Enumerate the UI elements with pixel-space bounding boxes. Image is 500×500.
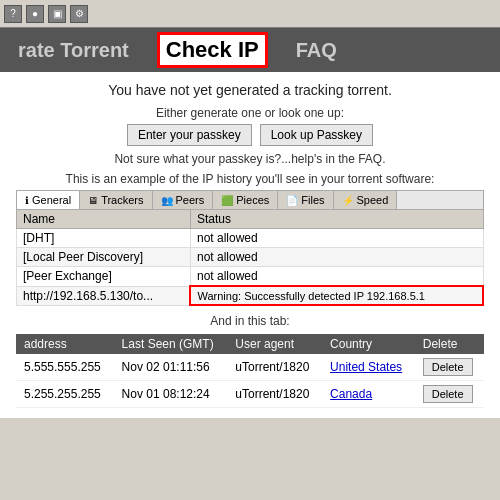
ip-col-user-agent: User agent — [227, 334, 322, 354]
enter-passkey-button[interactable]: Enter your passkey — [127, 124, 252, 146]
ip-table-row: 5.255.255.255 Nov 01 08:12:24 uTorrent/1… — [16, 381, 484, 408]
torrent-tabs: ℹ General 🖥 Trackers 👥 Peers 🟩 Pieces 📄 … — [16, 190, 484, 209]
trackers-icon: 🖥 — [88, 195, 98, 206]
torrent-tab-pieces[interactable]: 🟩 Pieces — [213, 191, 278, 209]
torrent-tab-general-label: General — [32, 194, 71, 206]
main-content: You have not yet generated a tracking to… — [0, 72, 500, 418]
table-row: [DHT] not allowed — [17, 229, 484, 248]
toolbar-icon-help[interactable]: ? — [4, 5, 22, 23]
ip-address-table: address Last Seen (GMT) User agent Count… — [16, 334, 484, 408]
toolbar-icon-gear[interactable]: ⚙ — [70, 5, 88, 23]
country-link[interactable]: United States — [330, 360, 402, 374]
row-success-status: Warning: Successfully detected IP 192.16… — [190, 286, 483, 305]
ip-table-row: 5.555.555.255 Nov 02 01:11:56 uTorrent/1… — [16, 354, 484, 381]
speed-icon: ⚡ — [342, 195, 354, 206]
and-in-this-label: And in this tab: — [16, 314, 484, 328]
ip-col-delete: Delete — [415, 334, 484, 354]
help-text: Not sure what your passkey is?...help's … — [16, 152, 484, 166]
row-name: [DHT] — [17, 229, 191, 248]
row-status: not allowed — [190, 267, 483, 287]
row-status: not allowed — [190, 229, 483, 248]
toolbar-icon-grid[interactable]: ▣ — [48, 5, 66, 23]
toolbar-icon-dot[interactable]: ● — [26, 5, 44, 23]
toolbar: ? ● ▣ ⚙ — [0, 0, 500, 28]
torrent-tab-pieces-label: Pieces — [236, 194, 269, 206]
table-row: [Peer Exchange] not allowed — [17, 267, 484, 287]
row-name: http://192.168.5.130/to... — [17, 286, 191, 305]
ip-delete-cell: Delete — [415, 381, 484, 408]
success-message: Successfully detected IP 192.168.5.1 — [244, 290, 425, 302]
pieces-icon: 🟩 — [221, 195, 233, 206]
ip-country[interactable]: United States — [322, 354, 415, 381]
row-name: [Peer Exchange] — [17, 267, 191, 287]
torrent-tab-trackers[interactable]: 🖥 Trackers — [80, 191, 152, 209]
nav-item-rate-torrent[interactable]: rate Torrent — [10, 35, 137, 66]
torrent-tab-speed[interactable]: ⚡ Speed — [334, 191, 398, 209]
country-link-2[interactable]: Canada — [330, 387, 372, 401]
ip-user-agent: uTorrent/1820 — [227, 381, 322, 408]
ip-last-seen: Nov 02 01:11:56 — [114, 354, 228, 381]
delete-button-2[interactable]: Delete — [423, 385, 473, 403]
ip-col-country: Country — [322, 334, 415, 354]
generate-section: Either generate one or look one up: Ente… — [16, 106, 484, 166]
generate-label: Either generate one or look one up: — [16, 106, 484, 120]
row-status: not allowed — [190, 248, 483, 267]
torrent-tab-files-label: Files — [301, 194, 324, 206]
row-name: [Local Peer Discovery] — [17, 248, 191, 267]
torrent-tab-peers-label: Peers — [176, 194, 205, 206]
torrent-tab-files[interactable]: 📄 Files — [278, 191, 333, 209]
torrent-tab-peers[interactable]: 👥 Peers — [153, 191, 214, 209]
table-row: http://192.168.5.130/to... Warning: Succ… — [17, 286, 484, 305]
col-name: Name — [17, 210, 191, 229]
col-status: Status — [190, 210, 483, 229]
general-icon: ℹ — [25, 195, 29, 206]
ip-history-label: This is an example of the IP history you… — [16, 172, 484, 186]
lookup-passkey-button[interactable]: Look up Passkey — [260, 124, 373, 146]
files-icon: 📄 — [286, 195, 298, 206]
ip-address: 5.255.255.255 — [16, 381, 114, 408]
ip-delete-cell: Delete — [415, 354, 484, 381]
nav-item-faq[interactable]: FAQ — [288, 35, 345, 66]
delete-button-1[interactable]: Delete — [423, 358, 473, 376]
table-row: [Local Peer Discovery] not allowed — [17, 248, 484, 267]
ip-col-last-seen: Last Seen (GMT) — [114, 334, 228, 354]
btn-row: Enter your passkey Look up Passkey — [16, 124, 484, 146]
nav-item-check-ip[interactable]: Check IP — [157, 32, 268, 68]
torrent-tab-trackers-label: Trackers — [101, 194, 143, 206]
torrent-tab-speed-label: Speed — [357, 194, 389, 206]
navbar: rate Torrent Check IP FAQ — [0, 28, 500, 72]
torrent-table: Name Status [DHT] not allowed [Local Pee… — [16, 209, 484, 306]
ip-address: 5.555.555.255 — [16, 354, 114, 381]
ip-last-seen: Nov 01 08:12:24 — [114, 381, 228, 408]
main-title: You have not yet generated a tracking to… — [16, 82, 484, 98]
ip-user-agent: uTorrent/1820 — [227, 354, 322, 381]
ip-country[interactable]: Canada — [322, 381, 415, 408]
ip-col-address: address — [16, 334, 114, 354]
torrent-tab-general[interactable]: ℹ General — [17, 191, 80, 209]
peers-icon: 👥 — [161, 195, 173, 206]
warning-label: Warning: — [197, 290, 241, 302]
